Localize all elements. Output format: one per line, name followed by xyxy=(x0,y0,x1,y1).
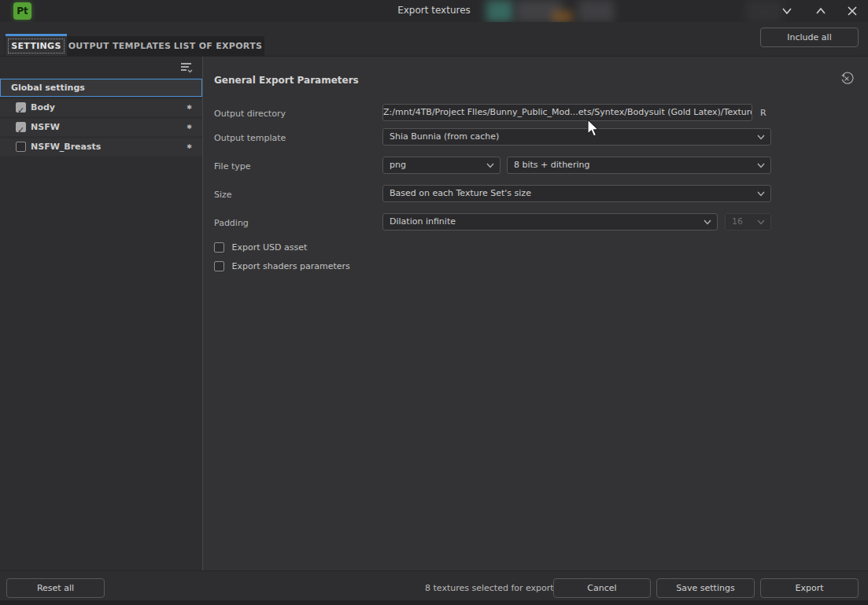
texture-set-sidebar: Global settings Body ✱ NSFW ✱ NSFW_Breas… xyxy=(0,57,203,570)
chevron-down-icon xyxy=(704,219,711,225)
modified-asterisk-icon: ✱ xyxy=(187,119,192,136)
texture-set-label: Body xyxy=(31,99,55,116)
body-checkbox[interactable] xyxy=(16,102,26,113)
export-textures-dialog: { "window": { "title": "Export textures"… xyxy=(0,0,868,605)
save-settings-button[interactable]: Save settings xyxy=(656,578,755,598)
tabstrip: SETTINGS OUTPUT TEMPLATES LIST OF EXPORT… xyxy=(5,36,264,57)
shade-window-button[interactable] xyxy=(778,2,796,20)
cancel-button[interactable]: Cancel xyxy=(553,578,651,598)
global-settings-label: Global settings xyxy=(11,83,85,93)
chevron-down-icon xyxy=(757,191,765,197)
export-button[interactable]: Export xyxy=(760,578,859,598)
nsfw-checkbox[interactable] xyxy=(16,122,26,132)
padding-label: Padding xyxy=(214,218,249,228)
window-title: Export textures xyxy=(0,0,868,21)
tab-settings[interactable]: SETTINGS xyxy=(6,36,67,57)
reset-history-icon[interactable] xyxy=(840,72,854,86)
export-usd-checkbox[interactable] xyxy=(214,242,224,253)
tab-list-of-exports[interactable]: LIST OF EXPORTS xyxy=(172,36,264,57)
chevron-down-icon xyxy=(757,135,765,140)
file-type-label: File type xyxy=(214,161,250,172)
texture-set-label: NSFW_Breasts xyxy=(31,138,101,156)
dilation-size-select: 16 xyxy=(725,213,771,231)
chevron-down-icon xyxy=(757,163,765,168)
output-directory-suffix: R xyxy=(760,108,766,118)
nsfw-breasts-checkbox[interactable] xyxy=(16,142,26,152)
size-select[interactable]: Based on each Texture Set's size xyxy=(382,185,771,202)
titlebar: Pt Export textures xyxy=(0,0,868,22)
footer-bar: Reset all 8 textures selected for export… xyxy=(0,570,868,600)
output-directory-input[interactable]: Z:/mnt/4TB/Project FIles/Bunny_Public_Mo… xyxy=(382,104,752,121)
bit-depth-select[interactable]: 8 bits + dithering xyxy=(507,157,771,174)
chevron-down-icon xyxy=(757,219,765,225)
output-directory-label: Output directory xyxy=(214,109,286,119)
padding-select[interactable]: Dilation infinite xyxy=(382,213,718,231)
reset-all-button[interactable]: Reset all xyxy=(6,578,105,598)
section-title: General Export Parameters xyxy=(214,75,359,86)
list-filter-icon[interactable] xyxy=(179,61,194,74)
chevron-down-icon xyxy=(486,163,494,168)
background-app-edge xyxy=(0,600,868,605)
export-usd-option[interactable]: Export USD asset xyxy=(214,241,307,253)
unshade-window-button[interactable] xyxy=(811,2,830,20)
tab-output-templates[interactable]: OUTPUT TEMPLATES xyxy=(67,36,172,57)
modified-asterisk-icon: ✱ xyxy=(187,99,192,116)
export-shaders-option[interactable]: Export shaders parameters xyxy=(214,260,350,272)
output-template-select[interactable]: Shia Bunnia (from cache) xyxy=(382,128,771,146)
mouse-cursor xyxy=(587,119,601,139)
file-format-select[interactable]: png xyxy=(382,157,500,174)
texture-set-row-body[interactable]: Body ✱ xyxy=(0,99,202,116)
texture-set-row-nsfw-breasts[interactable]: NSFW_Breasts ✱ xyxy=(0,138,202,156)
general-export-parameters-panel: General Export Parameters Output directo… xyxy=(203,57,868,570)
export-status-text: 8 textures selected for export xyxy=(425,583,554,593)
close-window-button[interactable] xyxy=(843,2,862,20)
output-template-label: Output template xyxy=(214,133,286,143)
sidebar-item-global-settings[interactable]: Global settings xyxy=(0,79,202,97)
include-all-button[interactable]: Include all xyxy=(760,28,859,47)
size-label: Size xyxy=(214,190,232,200)
export-shaders-checkbox[interactable] xyxy=(214,261,224,271)
modified-asterisk-icon: ✱ xyxy=(187,138,192,156)
texture-set-row-nsfw[interactable]: NSFW ✱ xyxy=(0,119,202,136)
texture-set-label: NSFW xyxy=(31,119,60,136)
